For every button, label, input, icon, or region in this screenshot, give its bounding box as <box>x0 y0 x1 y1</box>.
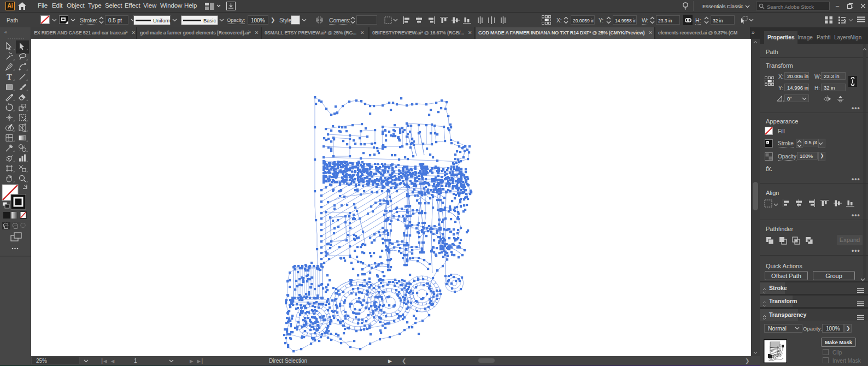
svg-text:T: T <box>7 73 12 81</box>
svg-text:«: « <box>4 29 7 35</box>
